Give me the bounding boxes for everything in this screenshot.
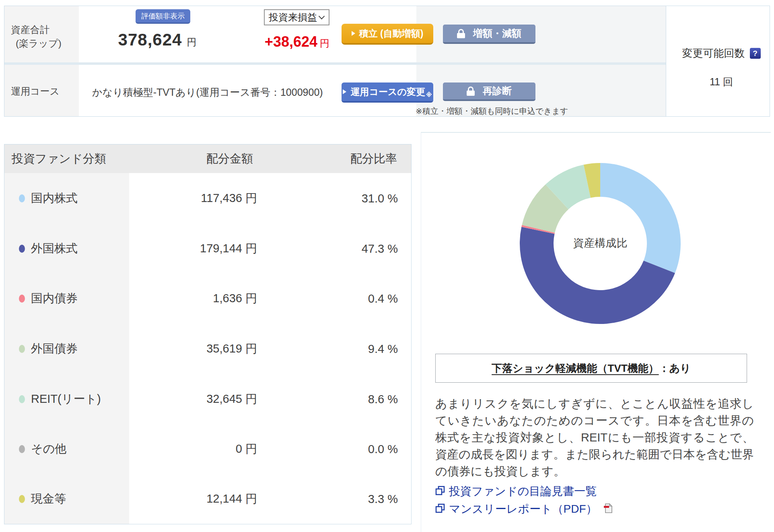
change-count-cell [666, 6, 770, 116]
course-change-button[interactable]: 運用コースの変更 ※ [342, 82, 433, 103]
category-label: 国内株式 [31, 190, 78, 206]
table-row: その他 0 円 0.0 % [4, 424, 411, 474]
category-dot [19, 395, 25, 403]
category-label: 外国債券 [31, 341, 78, 357]
course-row-label: 運用コース [11, 85, 60, 98]
monthly-report-link-row: マンスリーレポート（PDF） [435, 501, 613, 517]
col-header-amount: 配分金額 [189, 144, 270, 173]
pl-period-select[interactable]: 投資来損益 [264, 9, 329, 25]
change-count-label: 変更可能回数 [682, 46, 745, 60]
category-label: REIT(リート) [31, 391, 101, 407]
prospectus-link[interactable]: 投資ファンドの目論見書一覧 [449, 484, 597, 499]
allocation-ratio: 0.4 % [368, 292, 398, 305]
category-dot [19, 445, 25, 453]
allocation-ratio: 8.6 % [368, 392, 398, 406]
asset-total-label: 資産合計 (楽ラップ) [11, 23, 62, 50]
asset-total-label-line2: (楽ラップ) [11, 37, 62, 50]
chevron-down-icon [319, 13, 325, 20]
category-label: 国内債券 [31, 291, 78, 307]
pl-period-value: 投資来損益 [269, 11, 317, 24]
tsumitate-button[interactable]: 積立 (自動増額) [342, 24, 433, 45]
table-row: 現金等 12,144 円 3.3 % [4, 474, 411, 524]
change-count-row: 変更可能回数 ? [672, 46, 770, 60]
note-mark: ※ [426, 91, 432, 99]
chart-center-label: 資産構成比 [556, 236, 644, 250]
fund-allocation-table: 投資ファンド分類 配分金額 配分比率 国内株式 117,436 円 31.0 %… [4, 144, 412, 524]
allocation-amount: 12,144 円 [206, 491, 257, 507]
help-icon[interactable]: ? [750, 48, 761, 59]
rakuten-wrap-page: 資産合計 (楽ラップ) 評価額非表示 378,624円 投資来損益 +38,62… [0, 0, 774, 532]
simultaneous-apply-note: ※積立・増額・減額も同時に申込できます [416, 106, 568, 117]
category-label: その他 [31, 441, 66, 457]
pdf-icon [604, 503, 613, 515]
pl-amount: +38,624円 [238, 33, 329, 50]
table-row: 外国債券 35,619 円 9.4 % [4, 324, 411, 374]
asset-total-value: 378,624 [118, 30, 182, 49]
prospectus-link-row: 投資ファンドの目論見書一覧 [435, 484, 597, 499]
asset-total: 378,624円 [97, 30, 218, 49]
category-dot [19, 194, 25, 202]
category-label: 現金等 [31, 491, 66, 507]
tvt-status: ：あり [659, 361, 691, 375]
asset-total-label-line1: 資産合計 [11, 23, 62, 37]
allocation-ratio: 3.3 % [368, 492, 398, 505]
external-link-icon [435, 503, 445, 515]
tvt-title: 下落ショック軽減機能（TVT機能） [492, 361, 659, 375]
allocation-amount: 117,436 円 [201, 190, 257, 206]
tvt-feature-box: 下落ショック軽減機能（TVT機能）：あり [435, 354, 747, 383]
pl-value: +38,624 [265, 33, 317, 50]
course-description: あまりリスクを気にしすぎずに、とことん収益性を追求していきたいあなたのためのコー… [435, 395, 754, 480]
external-link-icon [435, 486, 445, 497]
category-dot [19, 495, 25, 503]
col-header-category: 投資ファンド分類 [12, 144, 106, 173]
allocation-ratio: 47.3 % [362, 242, 398, 255]
change-count-value: 11 回 [672, 75, 770, 89]
category-label: 外国株式 [31, 241, 78, 257]
asset-total-unit: 円 [187, 37, 196, 47]
donut-slice [600, 163, 681, 273]
lock-icon [467, 87, 475, 96]
allocation-ratio: 9.4 % [368, 342, 398, 355]
col-header-ratio: 配分比率 [333, 144, 414, 173]
right-triangle-icon [352, 31, 355, 36]
zougaku-gengaku-button[interactable]: 増額・減額 [443, 25, 535, 44]
lock-icon [457, 29, 465, 38]
allocation-amount: 179,144 円 [200, 241, 257, 257]
allocation-ratio: 31.0 % [362, 192, 398, 205]
table-header-row: 投資ファンド分類 配分金額 配分比率 [4, 144, 411, 173]
right-triangle-icon [343, 89, 346, 94]
category-dot [19, 295, 25, 303]
table-row: 国内株式 117,436 円 31.0 % [4, 173, 411, 223]
allocation-amount: 32,645 円 [206, 391, 257, 407]
summary-panel: 資産合計 (楽ラップ) 評価額非表示 378,624円 投資来損益 +38,62… [4, 6, 770, 117]
allocation-amount: 35,619 円 [206, 341, 257, 357]
monthly-report-link[interactable]: マンスリーレポート（PDF） [449, 501, 597, 517]
course-name: かなり積極型-TVTあり(運用コース番号：1000900) [92, 86, 323, 99]
table-row: 国内債券 1,636 円 0.4 % [4, 273, 411, 324]
hide-valuation-button[interactable]: 評価額非表示 [136, 9, 190, 24]
allocation-amount: 1,636 円 [213, 291, 257, 307]
row-divider [4, 62, 666, 65]
category-dot [19, 245, 25, 253]
allocation-ratio: 0.0 % [368, 442, 398, 456]
rediagnosis-button[interactable]: 再診断 [443, 82, 535, 101]
table-row: 外国株式 179,144 円 47.3 % [4, 223, 411, 274]
allocation-amount: 0 円 [236, 441, 257, 457]
table-row: REIT(リート) 32,645 円 8.6 % [4, 374, 411, 424]
pl-unit: 円 [320, 38, 329, 49]
category-dot [19, 345, 25, 353]
